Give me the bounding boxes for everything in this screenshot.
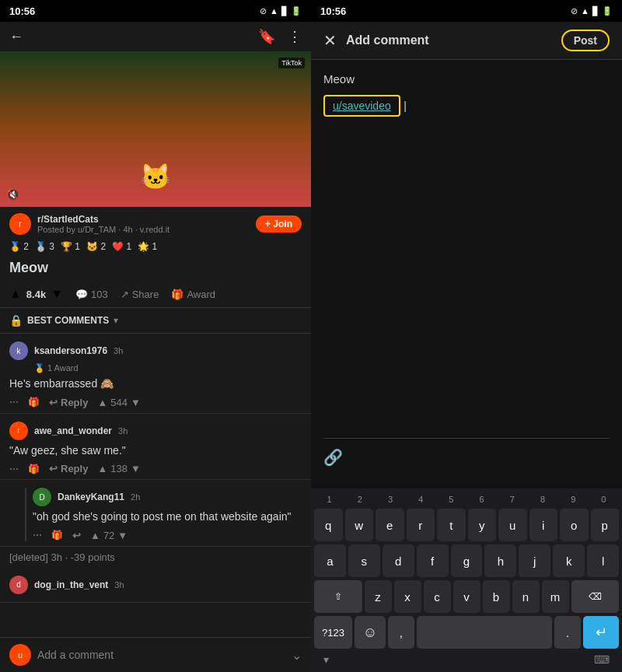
backspace-key[interactable]: ⌫ [571, 580, 620, 613]
attachment-row: 🔗 [323, 438, 610, 476]
deleted-comment: [deleted] 3h · -39 points [0, 547, 311, 568]
comment-3-text: "oh god she's going to post me on that w… [33, 509, 302, 525]
close-button[interactable]: ✕ [323, 31, 337, 50]
downvote-icon-3[interactable]: ▼ [117, 530, 128, 541]
key-5[interactable]: 5 [436, 493, 466, 506]
key-8[interactable]: 8 [527, 493, 557, 506]
comment-1-header: k ksanderson1976 3h [9, 341, 302, 360]
key-m[interactable]: m [542, 580, 569, 613]
comment-3-more[interactable]: ⋯ [33, 530, 42, 541]
downvote-icon[interactable]: ▼ [131, 397, 141, 408]
subreddit-name[interactable]: r/StartledCats [37, 214, 169, 225]
comment-2-user[interactable]: awe_and_wonder [34, 425, 112, 436]
comment-action[interactable]: 💬 103 [75, 289, 108, 300]
upvote-icon[interactable]: ▲ [97, 397, 107, 408]
key-n[interactable]: n [512, 580, 540, 613]
key-4[interactable]: 4 [406, 493, 436, 506]
award-heart: ❤️ 1 [112, 241, 131, 252]
comment-3-gift[interactable]: 🎁 [51, 530, 63, 541]
comment-2-reply-button[interactable]: ↩ Reply [49, 463, 88, 474]
comment-dog-header: d dog_in_the_vent 3h [9, 576, 302, 594]
share-action[interactable]: ↗ Share [121, 289, 159, 300]
key-3[interactable]: 3 [375, 493, 405, 506]
comment-editor[interactable]: Meow u/savevideo | 🔗 [311, 60, 622, 488]
key-y[interactable]: y [468, 509, 497, 541]
key-i[interactable]: i [529, 509, 558, 541]
comment-1-more[interactable]: ⋯ [9, 397, 19, 408]
shift-key[interactable]: ⇧ [314, 580, 362, 613]
key-comma[interactable]: , [388, 616, 414, 649]
downvote-icon-2[interactable]: ▼ [131, 463, 141, 474]
key-6[interactable]: 6 [466, 493, 497, 506]
upvote-button[interactable]: ▲ [9, 287, 22, 301]
key-q[interactable]: q [314, 509, 343, 541]
post-button[interactable]: Post [561, 30, 610, 51]
comment-2-more[interactable]: ⋯ [9, 464, 19, 474]
key-z[interactable]: z [365, 580, 392, 613]
key-v[interactable]: v [453, 580, 480, 613]
key-a[interactable]: a [314, 544, 346, 577]
comment-dog-time: 3h [114, 580, 124, 590]
key-f[interactable]: f [417, 544, 449, 577]
attachment-icon[interactable]: 🔗 [323, 448, 343, 467]
mute-button[interactable]: 🔇 [6, 188, 19, 201]
key-g[interactable]: g [451, 544, 483, 577]
key-space[interactable] [417, 616, 552, 649]
bookmark-button[interactable]: 🔖 [258, 28, 275, 45]
key-c[interactable]: c [424, 580, 451, 613]
join-button[interactable]: + Join [256, 215, 302, 233]
comment-dog-user[interactable]: dog_in_the_vent [34, 579, 108, 590]
key-9[interactable]: 9 [558, 493, 589, 506]
key-x[interactable]: x [394, 580, 421, 613]
downvote-button[interactable]: ▼ [51, 287, 63, 301]
key-return[interactable]: ↵ [583, 616, 619, 649]
comment-3-user[interactable]: DankeyKang11 [58, 492, 124, 502]
comments-sort[interactable]: 🔒 BEST COMMENTS ▾ [0, 308, 311, 334]
key-t[interactable]: t [437, 509, 466, 541]
key-b[interactable]: b [483, 580, 510, 613]
key-d[interactable]: d [383, 544, 414, 577]
key-p[interactable]: p [591, 509, 620, 541]
comment-3-reply-button[interactable]: ↩ [72, 530, 81, 541]
award-action[interactable]: 🎁 Award [171, 289, 215, 300]
more-button[interactable]: ⋮ [288, 28, 302, 45]
add-comment-input[interactable]: Add a comment [37, 649, 285, 661]
awards-row: 🥇 2 🥈 3 🏆 1 🐱 2 ❤️ 1 🌟 1 [0, 238, 311, 255]
comment-1-user[interactable]: ksanderson1976 [34, 345, 107, 356]
vote-count: 8.4k [26, 289, 46, 300]
sort-label: BEST COMMENTS [27, 315, 109, 326]
comment-1-reply-button[interactable]: ↩ Reply [49, 397, 88, 408]
chevron-down-button[interactable]: ⌄ [292, 648, 302, 663]
comment-2-gift[interactable]: 🎁 [28, 464, 40, 474]
key-s[interactable]: s [348, 544, 380, 577]
keyboard-nav-down[interactable]: ▾ [323, 653, 329, 666]
keyboard-nav-keyboard[interactable]: ⌨ [594, 653, 610, 666]
upvote-icon-3[interactable]: ▲ [90, 530, 100, 541]
key-o[interactable]: o [560, 509, 589, 541]
key-7[interactable]: 7 [497, 493, 527, 506]
key-u[interactable]: u [498, 509, 527, 541]
comment-1-time: 3h [114, 346, 123, 355]
editor-label: Meow [323, 72, 610, 86]
upvote-icon-2[interactable]: ▲ [97, 463, 107, 474]
award-cat: 🐱 2 [86, 241, 106, 252]
video-container[interactable]: 🐱 TikTok 🔇 [0, 51, 311, 207]
key-0[interactable]: 0 [589, 493, 619, 506]
key-emoji[interactable]: ☺ [355, 616, 386, 649]
key-w[interactable]: w [345, 509, 374, 541]
editor-username[interactable]: u/savevideo [323, 95, 400, 117]
subreddit-avatar: r [9, 213, 31, 235]
key-e[interactable]: e [376, 509, 404, 541]
back-button[interactable]: ← [9, 29, 23, 45]
key-123[interactable]: ?123 [314, 616, 352, 649]
key-k[interactable]: k [553, 544, 585, 577]
key-j[interactable]: j [519, 544, 550, 577]
key-l[interactable]: l [587, 544, 619, 577]
key-1[interactable]: 1 [314, 493, 344, 506]
comment-1-gift[interactable]: 🎁 [28, 397, 40, 408]
status-bar-right: 10:56 ⊘ ▲ ▊ 🔋 [311, 0, 622, 22]
key-2[interactable]: 2 [344, 493, 375, 506]
key-h[interactable]: h [484, 544, 516, 577]
key-r[interactable]: r [407, 509, 435, 541]
key-period[interactable]: . [554, 616, 581, 649]
